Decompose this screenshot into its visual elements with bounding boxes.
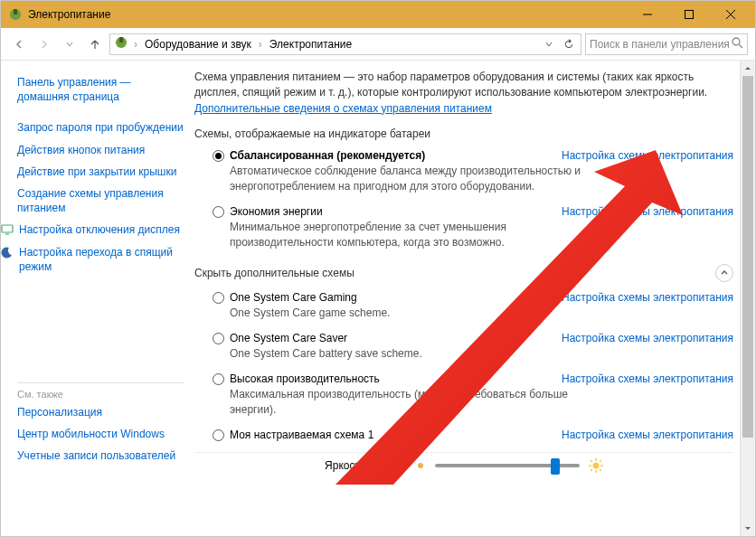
search-input[interactable]: Поиск в панели управления xyxy=(585,33,748,55)
configure-plan-link[interactable]: Настройка схемы электропитания xyxy=(562,332,733,344)
titlebar: Электропитание xyxy=(1,1,755,28)
svg-line-18 xyxy=(591,460,592,462)
intro-more-info-link[interactable]: Дополнительные сведения о схемах управле… xyxy=(194,102,492,115)
breadcrumb-power-options[interactable]: Электропитание xyxy=(268,38,354,51)
plan-desc: Автоматическое соблюдение баланса между … xyxy=(213,162,601,194)
sun-bright-icon xyxy=(589,458,603,473)
configure-plan-link[interactable]: Настройка схемы электропитания xyxy=(562,149,733,162)
svg-rect-3 xyxy=(685,11,694,19)
scroll-down-button[interactable] xyxy=(741,521,755,536)
configure-plan-link[interactable]: Настройка схемы электропитания xyxy=(562,372,733,385)
plan-gaming: One System Care Gaming Настройка схемы э… xyxy=(194,287,733,328)
back-button[interactable] xyxy=(8,33,30,55)
plan-radio-balanced[interactable] xyxy=(213,150,224,162)
power-options-icon xyxy=(8,7,23,22)
sidebar-personalization-link[interactable]: Персонализация xyxy=(17,401,191,423)
configure-plan-link[interactable]: Настройка схемы электропитания xyxy=(562,205,733,218)
brightness-row: Яркость экрана: xyxy=(194,452,733,473)
svg-line-20 xyxy=(600,460,601,462)
up-button[interactable] xyxy=(84,33,106,55)
configure-plan-link[interactable]: Настройка схемы электропитания xyxy=(562,429,733,441)
svg-point-13 xyxy=(592,462,599,468)
plan-name: One System Care Saver xyxy=(230,332,347,344)
svg-line-21 xyxy=(591,469,592,471)
forward-button[interactable] xyxy=(33,33,55,55)
sidebar-create-plan-link[interactable]: Создание схемы управления питанием xyxy=(17,183,191,219)
sidebar-display-off-link[interactable]: Настройка отключения дисплея xyxy=(1,219,191,240)
breadcrumb-hardware-sound[interactable]: Оборудование и звук xyxy=(143,38,253,51)
see-also-label: См. также xyxy=(17,389,191,400)
main-content: Схема управления питанием — это набор па… xyxy=(191,61,755,536)
plan-saver: One System Care Saver Настройка схемы эл… xyxy=(194,328,733,369)
shown-plans-header: Схемы, отображаемые на индикаторе батаре… xyxy=(194,127,733,140)
breadcrumb-bar[interactable]: › Оборудование и звук › Электропитание xyxy=(109,33,581,55)
breadcrumb-dropdown[interactable] xyxy=(541,40,557,49)
address-bar-row: › Оборудование и звук › Электропитание П… xyxy=(1,28,755,61)
sidebar-sleep-link[interactable]: Настройка перехода в спящий режим xyxy=(1,241,191,278)
plan-desc: Максимальная производительность (может п… xyxy=(213,385,601,418)
search-icon xyxy=(732,37,743,52)
window-title: Электропитание xyxy=(28,8,627,21)
hidden-plans-header[interactable]: Скрыть дополнительные схемы xyxy=(194,264,733,282)
intro-text: Схема управления питанием — это набор па… xyxy=(194,70,733,117)
refresh-button[interactable] xyxy=(561,39,577,50)
moon-icon xyxy=(1,246,14,259)
sidebar: Панель управления — домашняя страница За… xyxy=(1,61,191,536)
plan-radio-high-perf[interactable] xyxy=(213,373,224,385)
plan-power-saver: Экономия энергии Настройка схемы электро… xyxy=(194,202,733,258)
sidebar-lid-close-link[interactable]: Действие при закрытии крышки xyxy=(17,161,191,183)
plan-radio-custom1[interactable] xyxy=(213,429,224,441)
chevron-right-icon[interactable]: › xyxy=(132,38,139,51)
plan-desc: Минимальное энергопотребление за счет ум… xyxy=(213,218,601,250)
scroll-up-button[interactable] xyxy=(741,61,755,76)
plan-custom1: Моя настраиваемая схема 1 Настройка схем… xyxy=(194,425,733,448)
maximize-button[interactable] xyxy=(668,1,710,28)
history-dropdown[interactable] xyxy=(59,33,80,55)
plan-name: One System Care Gaming xyxy=(230,291,357,304)
svg-rect-7 xyxy=(119,37,123,42)
sidebar-mobility-center-link[interactable]: Центр мобильности Windows xyxy=(17,423,191,445)
brightness-label: Яркость экрана: xyxy=(325,459,406,472)
plan-balanced: Сбалансированная (рекомендуется) Настрой… xyxy=(194,146,733,202)
control-panel-icon xyxy=(114,35,128,52)
vertical-scrollbar[interactable] xyxy=(740,61,755,536)
close-button[interactable] xyxy=(710,1,751,28)
plan-name: Высокая производительность xyxy=(230,372,380,385)
svg-rect-10 xyxy=(2,225,13,232)
plan-radio-power-saver[interactable] xyxy=(213,206,224,218)
svg-line-9 xyxy=(739,44,742,48)
sidebar-home-link[interactable]: Панель управления — домашняя страница xyxy=(17,71,191,108)
plan-radio-saver[interactable] xyxy=(213,333,224,344)
brightness-slider[interactable] xyxy=(435,464,580,467)
minimize-button[interactable] xyxy=(627,1,668,28)
svg-line-19 xyxy=(600,469,601,471)
monitor-icon xyxy=(1,223,14,236)
sidebar-require-password-link[interactable]: Запрос пароля при пробуждении xyxy=(17,117,191,138)
svg-point-8 xyxy=(732,38,740,45)
scroll-thumb[interactable] xyxy=(742,76,753,438)
configure-plan-link[interactable]: Настройка схемы электропитания xyxy=(562,291,733,304)
chevron-right-icon[interactable]: › xyxy=(257,38,264,51)
plan-name: Экономия энергии xyxy=(230,205,323,218)
plan-desc: One System Care battery save scheme. xyxy=(213,344,601,362)
collapse-icon[interactable] xyxy=(715,264,733,282)
plan-high-perf: Высокая производительность Настройка схе… xyxy=(194,369,733,425)
search-placeholder: Поиск в панели управления xyxy=(590,38,732,51)
sidebar-user-accounts-link[interactable]: Учетные записи пользователей xyxy=(17,445,191,466)
svg-rect-1 xyxy=(14,9,17,14)
svg-point-12 xyxy=(418,463,423,468)
sidebar-power-buttons-link[interactable]: Действия кнопок питания xyxy=(17,139,191,161)
plan-desc: One System Care game scheme. xyxy=(213,304,601,321)
plan-radio-gaming[interactable] xyxy=(213,292,224,304)
plan-name: Сбалансированная (рекомендуется) xyxy=(230,149,425,162)
sun-dim-icon xyxy=(415,460,426,471)
plan-name: Моя настраиваемая схема 1 xyxy=(230,429,373,441)
